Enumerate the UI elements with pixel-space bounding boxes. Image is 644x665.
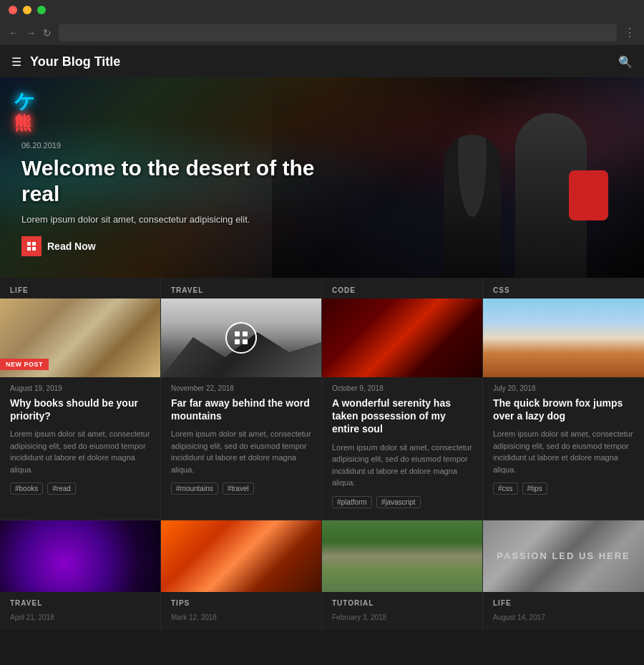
bottom-date-life: August 14, 2017 [493,613,545,621]
url-bar[interactable] [59,24,617,42]
tag-tips[interactable]: #tips [522,482,547,495]
card-excerpt-life: Lorem ipsum dolor sit amet, consectetur … [0,428,160,482]
card-title-css[interactable]: The quick brown fox jumps over a lazy do… [483,397,644,428]
back-button[interactable]: ← [9,27,19,39]
tag-mountains[interactable]: #mountains [171,482,218,495]
card-image-css [483,298,644,377]
card-category-travel: TRAVEL [161,278,321,298]
bottom-date-tutorial: February 3, 2018 [332,613,386,621]
backpack-detail [569,170,608,220]
neon-char-2: 熊 [14,115,35,132]
bottom-card-tutorial: TUTORIAL February 3, 2018 [322,520,483,630]
card-tags-life: #books #read [0,482,160,495]
card-image-travel [161,298,321,377]
browser-menu-button[interactable]: ⋮ [624,26,635,39]
hero-title: Welcome to the desert of the real [21,155,336,207]
card-code: CODE October 9, 2018 A wonderful serenit… [322,278,483,520]
bottom-image-dj [0,520,160,592]
search-icon[interactable]: 🔍 [618,55,633,69]
card-excerpt-travel: Lorem ipsum dolor sit amet, consectetur … [161,428,321,482]
svg-rect-3 [32,247,36,251]
card-date-travel: November 22, 2018 [161,377,321,397]
hamburger-menu-button[interactable]: ☰ [11,55,21,69]
bottom-image-dog [322,520,482,592]
cta-icon [21,236,42,256]
card-image-life: NEW POST [0,298,160,377]
bottom-cards-grid: TRAVEL April 21, 2018 TIPS Mark 12, 2018… [0,520,644,630]
cards-grid: LIFE NEW POST August 19, 2019 Why books … [0,278,644,520]
bottom-date-travel: April 21, 2018 [10,613,54,621]
forward-button[interactable]: → [26,27,36,39]
card-date-code: October 9, 2018 [322,377,482,397]
hero-content: 06.20.2019 Welcome to the desert of the … [21,141,336,256]
hero-section: ケ 熊 06.20.2019 Welcome to the desert of … [0,77,644,278]
person-silhouette-1 [444,135,501,278]
bottom-category-life: LIFE [493,599,634,607]
card-life: LIFE NEW POST August 19, 2019 Why books … [0,278,161,520]
minimize-button[interactable] [23,6,31,14]
bottom-meta-life: LIFE August 14, 2017 [483,592,644,630]
bottom-category-tips: TIPS [171,599,311,607]
bottom-card-life: PASSION LED US HERE LIFE August 14, 2017 [483,520,644,630]
window-chrome [0,0,644,20]
card-category-css: CSS [483,278,644,298]
refresh-button[interactable]: ↻ [43,27,52,39]
mountain-play-icon[interactable] [225,322,257,354]
neon-signs: ケ 熊 [14,92,35,132]
bottom-card-tips: TIPS Mark 12, 2018 [161,520,322,630]
card-css: CSS July 20, 2018 The quick brown fox ju… [483,278,644,520]
maximize-button[interactable] [37,6,46,14]
bottom-category-tutorial: TUTORIAL [332,599,472,607]
read-now-button[interactable]: Read Now [21,236,96,256]
card-title-life[interactable]: Why books should be your priority? [0,397,160,428]
tag-css[interactable]: #css [493,482,518,495]
card-title-code[interactable]: A wonderful serenity has taken possessio… [322,397,482,442]
neon-char-1: ケ [14,92,35,112]
address-bar: ← → ↻ ⋮ [0,20,644,46]
bottom-meta-tips: TIPS Mark 12, 2018 [161,592,321,630]
card-tags-travel: #mountains #travel [161,482,321,495]
card-tags-css: #css #tips [483,482,644,495]
bottom-image-passion: PASSION LED US HERE [483,520,644,592]
hero-date: 06.20.2019 [21,141,336,150]
card-tags-code: #platform #javascript [322,496,482,508]
card-travel: TRAVEL November 22, 2018 Far far away be… [161,278,322,520]
new-post-badge: NEW POST [0,359,49,370]
tag-javascript[interactable]: #javascript [376,496,421,508]
site-header: ☰ Your Blog Title 🔍 [0,46,644,77]
bottom-card-travel: TRAVEL April 21, 2018 [0,520,161,630]
card-category-life: LIFE [0,278,160,298]
tag-platform[interactable]: #platform [332,496,372,508]
card-date-css: July 20, 2018 [483,377,644,397]
play-grid-icon [235,331,248,344]
bottom-meta-travel: TRAVEL April 21, 2018 [0,592,160,630]
card-image-code [322,298,482,377]
close-button[interactable] [9,6,17,14]
tag-read[interactable]: #read [47,482,76,495]
svg-rect-0 [27,242,31,246]
svg-rect-2 [27,247,31,251]
page-wrapper: ☰ Your Blog Title 🔍 ケ 熊 06.20.2019 Welco… [0,46,644,659]
bottom-image-clouds [161,520,321,592]
blog-title: Your Blog Title [30,54,120,69]
tag-books[interactable]: #books [10,482,43,495]
card-date-life: August 19, 2019 [0,377,160,397]
hero-excerpt: Lorem ipsum dolor sit amet, consectetur … [21,214,336,225]
bottom-category-travel: TRAVEL [10,599,150,607]
tag-travel[interactable]: #travel [223,482,254,495]
header-left: ☰ Your Blog Title [11,54,120,69]
bottom-date-tips: Mark 12, 2018 [171,613,217,621]
card-excerpt-css: Lorem ipsum dolor sit amet, consectetur … [483,428,644,482]
card-title-travel[interactable]: Far far away behind the word mountains [161,397,321,428]
card-excerpt-code: Lorem ipsum dolor sit amet, consectetur … [322,442,482,496]
svg-rect-1 [32,242,36,246]
card-category-code: CODE [322,278,482,298]
play-icon [26,241,36,251]
bottom-meta-tutorial: TUTORIAL February 3, 2018 [322,592,482,630]
cta-text: Read Now [47,241,96,252]
